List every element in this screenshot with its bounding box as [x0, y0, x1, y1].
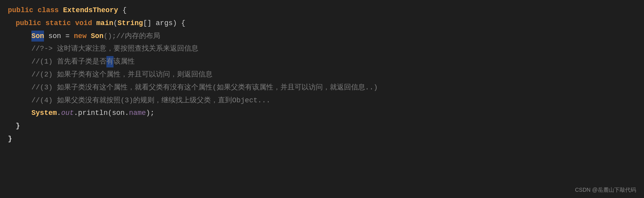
method-main: main: [96, 18, 113, 29]
code-line-10: }: [0, 120, 644, 133]
watermark: CSDN @岳麓山下敲代码: [575, 185, 636, 194]
comment-line5: //(1) 首先看子类是否: [31, 56, 106, 67]
keyword-class: class: [38, 5, 59, 16]
closing-brace-method: }: [16, 120, 20, 132]
code-line-11: }: [0, 133, 644, 145]
class-son-highlighted: Son: [31, 31, 44, 42]
code-line-5: //(1) 首先看子类是否有该属性: [0, 55, 644, 68]
code-line-9: System.out.println(son.name);: [0, 107, 644, 120]
keyword-public: public: [8, 5, 33, 16]
code-line-2: public static void main(String[] args) {: [0, 17, 644, 30]
class-son-new: Son: [91, 31, 103, 42]
class-system: System: [31, 107, 57, 119]
code-line-3: Son son = new Son();//内存的布局: [0, 30, 644, 43]
comment-line6: //(2) 如果子类有这个属性，并且可以访问，则返回信息: [31, 69, 212, 80]
code-line-6: //(2) 如果子类有这个属性，并且可以访问，则返回信息: [0, 68, 644, 81]
closing-brace-class: }: [8, 133, 12, 145]
code-line-1: public class ExtendsTheory {: [0, 4, 644, 17]
comment-memory: ();//内存的布局: [104, 31, 160, 42]
code-line-4: //?-> 这时请大家注意，要按照查找关系来返回信息: [0, 42, 644, 55]
field-out: out: [61, 107, 74, 119]
keyword-static: static: [46, 18, 71, 29]
keyword-void: void: [75, 18, 92, 29]
type-string: String: [117, 18, 143, 29]
field-name-ref: name: [129, 107, 146, 119]
code-line-7: //(3) 如果子类没有这个属性，就看父类有没有这个属性(如果父类有该属性，并且…: [0, 81, 644, 94]
var-son-ref: son: [112, 107, 124, 119]
keyword-new: new: [74, 31, 86, 42]
code-editor: public class ExtendsTheory { public stat…: [0, 0, 644, 198]
comment-line5b: 该属性: [113, 56, 135, 67]
comment-line7: //(3) 如果子类没有这个属性，就看父类有没有这个属性(如果父类有该属性，并且…: [31, 82, 378, 93]
comment-cursor-area: 有: [106, 56, 113, 67]
code-line-8: //(4) 如果父类没有就按照(3)的规则，继续找上级父类，直到Object..…: [0, 94, 644, 107]
comment-line8: //(4) 如果父类没有就按照(3)的规则，继续找上级父类，直到Object..…: [31, 95, 270, 106]
class-name-extends-theory: ExtendsTheory: [63, 5, 118, 16]
var-son-assign: son =: [44, 31, 74, 42]
comment-line4: //?-> 这时请大家注意，要按照查找关系来返回信息: [31, 43, 198, 54]
param-args: args: [152, 18, 173, 29]
keyword-public-2: public: [16, 18, 41, 29]
